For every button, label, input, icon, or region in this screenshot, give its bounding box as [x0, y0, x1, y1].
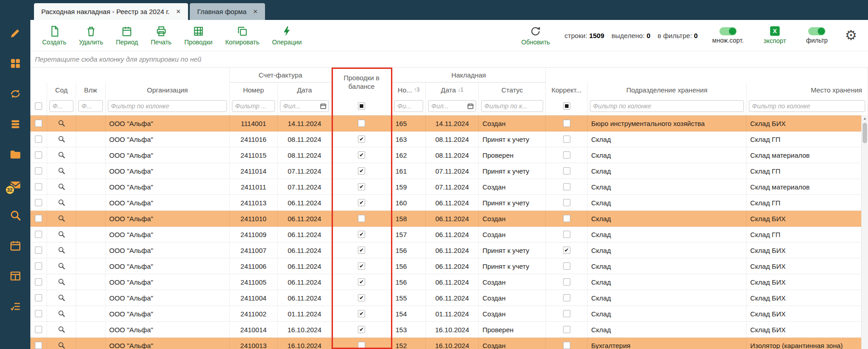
- magnifier-icon[interactable]: [58, 135, 66, 143]
- tab-main-form[interactable]: Главная форма ✕: [190, 3, 265, 20]
- postings-checkbox[interactable]: [358, 294, 365, 301]
- row-checkbox[interactable]: [35, 342, 42, 349]
- postings-checkbox[interactable]: [358, 183, 365, 190]
- task-list-icon[interactable]: [10, 301, 21, 312]
- correction-checkbox[interactable]: [563, 199, 570, 206]
- create-button[interactable]: Создать: [37, 24, 72, 48]
- row-checkbox[interactable]: [35, 199, 42, 206]
- correction-checkbox[interactable]: [563, 278, 570, 286]
- table-row[interactable]: ООО "Альфа" 2411009 06.11.2024 157 06.11…: [30, 227, 868, 242]
- column-header-waybill-number[interactable]: Но... ↑3: [392, 82, 426, 97]
- group-by-bar[interactable]: Перетащите сюда колонку для группировки …: [30, 51, 868, 68]
- column-header-organization[interactable]: Организация: [106, 82, 230, 97]
- table-row[interactable]: ООО "Альфа" 2410013 16.10.2024 152 16.10…: [30, 338, 868, 349]
- scroll-up-arrow-icon[interactable]: ▲: [862, 115, 868, 122]
- status-filter-input[interactable]: [481, 100, 543, 112]
- calendar-picker-icon[interactable]: [320, 103, 327, 110]
- magnifier-icon[interactable]: [58, 341, 66, 349]
- apps-grid-icon[interactable]: [10, 58, 21, 69]
- magnifier-icon[interactable]: [58, 310, 66, 318]
- row-checkbox[interactable]: [35, 326, 42, 333]
- postings-checkbox[interactable]: [358, 326, 365, 333]
- organization-filter-input[interactable]: [108, 100, 227, 112]
- toggle-on-icon[interactable]: [719, 27, 737, 35]
- postings-checkbox[interactable]: [358, 247, 365, 254]
- postings-checkbox[interactable]: [358, 215, 365, 222]
- multi-sort-toggle[interactable]: множ.сорт.: [707, 25, 749, 46]
- tab-register-2024[interactable]: Расходная накладная - Реестр за 2024 г. …: [34, 3, 188, 20]
- copy-button[interactable]: Копировать: [220, 24, 265, 48]
- scrollbar-thumb[interactable]: [863, 123, 867, 143]
- settings-gear-icon[interactable]: ⚙: [842, 29, 860, 42]
- correction-checkbox[interactable]: [563, 310, 570, 317]
- sort-asc-indicator[interactable]: ↑3: [414, 87, 420, 93]
- table-row[interactable]: ООО "Альфа" 2410014 16.10.2024 153 16.10…: [30, 322, 868, 338]
- correction-filter-checkbox[interactable]: [563, 102, 570, 110]
- table-row[interactable]: ООО "Альфа" 2411007 06.11.2024 156 06.11…: [30, 242, 868, 258]
- edit-pencil-icon[interactable]: [10, 27, 21, 39]
- select-all-checkbox[interactable]: [35, 102, 42, 110]
- table-row[interactable]: ООО "Альфа" 2411005 06.11.2024 156 06.11…: [30, 274, 868, 290]
- correction-checkbox[interactable]: [563, 151, 570, 159]
- group-header-waybill[interactable]: Накладная: [392, 68, 546, 82]
- magnifier-icon[interactable]: [58, 151, 66, 159]
- magnifier-icon[interactable]: [58, 230, 66, 238]
- close-icon[interactable]: ✕: [176, 8, 181, 15]
- postings-button[interactable]: Проводки: [179, 24, 218, 48]
- correction-checkbox[interactable]: [563, 215, 570, 222]
- postings-checkbox[interactable]: [358, 231, 365, 238]
- correction-checkbox[interactable]: [563, 136, 570, 143]
- postings-checkbox[interactable]: [358, 136, 365, 143]
- column-header-correction[interactable]: Коррект...: [546, 82, 588, 97]
- table-row[interactable]: ООО "Альфа" 2411002 01.11.2024 154 01.11…: [30, 306, 868, 322]
- correction-checkbox[interactable]: [563, 247, 570, 254]
- column-header-department[interactable]: Подразделение хранения: [588, 82, 747, 97]
- row-checkbox[interactable]: [35, 278, 42, 286]
- magnifier-icon[interactable]: [58, 246, 66, 254]
- column-header-postings[interactable]: Проводки в балансе: [332, 68, 392, 97]
- postings-checkbox[interactable]: [358, 342, 365, 349]
- column-header-status[interactable]: Статус: [479, 82, 546, 97]
- postings-checkbox[interactable]: [358, 120, 365, 127]
- toggle-on-icon[interactable]: [808, 27, 825, 35]
- row-checkbox[interactable]: [35, 247, 42, 254]
- table-row[interactable]: ООО "Альфа" 1114001 14.11.2024 165 14.11…: [30, 116, 868, 131]
- report-board-icon[interactable]: [10, 270, 21, 282]
- row-checkbox[interactable]: [35, 215, 42, 222]
- postings-checkbox[interactable]: [358, 278, 365, 286]
- vertical-scrollbar[interactable]: ▲: [861, 115, 868, 349]
- print-button[interactable]: Печать: [145, 24, 177, 48]
- row-checkbox[interactable]: [35, 136, 42, 143]
- column-header-location[interactable]: Место хранения: [747, 82, 868, 97]
- department-filter-input[interactable]: [590, 100, 744, 112]
- table-row[interactable]: ООО "Альфа" 2411011 07.11.2024 159 07.11…: [30, 179, 868, 195]
- refresh-button[interactable]: Обновить: [516, 24, 555, 48]
- calendar-icon[interactable]: [10, 240, 21, 252]
- correction-checkbox[interactable]: [563, 120, 570, 127]
- column-header-vlzh[interactable]: Влж: [76, 82, 106, 97]
- magnifier-icon[interactable]: [58, 278, 66, 286]
- column-header-waybill-date[interactable]: Дата ↓1: [426, 82, 479, 97]
- magnifier-icon[interactable]: [58, 214, 66, 223]
- delete-button[interactable]: Удалить: [73, 24, 108, 48]
- correction-checkbox[interactable]: [563, 326, 570, 333]
- magnifier-icon[interactable]: [58, 167, 66, 175]
- row-checkbox[interactable]: [35, 294, 42, 301]
- close-icon[interactable]: ✕: [253, 8, 258, 15]
- row-checkbox[interactable]: [35, 310, 42, 317]
- search-icon[interactable]: [10, 209, 21, 221]
- row-checkbox[interactable]: [35, 231, 42, 238]
- period-button[interactable]: Период: [111, 24, 144, 48]
- postings-checkbox[interactable]: [358, 151, 365, 159]
- correction-checkbox[interactable]: [563, 294, 570, 301]
- table-row[interactable]: ООО "Альфа" 2411014 07.11.2024 161 07.11…: [30, 163, 868, 179]
- sort-desc-indicator[interactable]: ↓1: [458, 87, 463, 93]
- table-row[interactable]: ООО "Альфа" 2411013 06.11.2024 160 06.11…: [30, 195, 868, 211]
- magnifier-icon[interactable]: [58, 262, 66, 270]
- correction-checkbox[interactable]: [563, 167, 570, 174]
- correction-checkbox[interactable]: [563, 342, 570, 349]
- correction-checkbox[interactable]: [563, 231, 570, 238]
- postings-checkbox[interactable]: [358, 262, 365, 270]
- row-checkbox[interactable]: [35, 120, 42, 127]
- magnifier-icon[interactable]: [58, 183, 66, 191]
